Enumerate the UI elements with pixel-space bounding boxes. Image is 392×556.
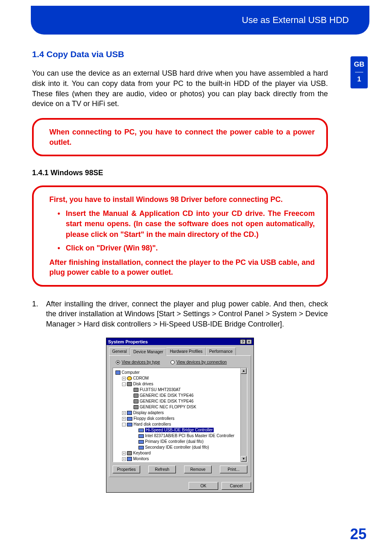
- intro-paragraph: You can use the device as an external US…: [32, 68, 328, 109]
- page-header: Use as External USB HDD: [31, 6, 369, 35]
- display-icon: [127, 411, 132, 415]
- remove-button[interactable]: Remove: [184, 466, 212, 473]
- callout-driver-intro: First, you have to install Windows 98 Dr…: [49, 195, 315, 204]
- system-properties-dialog: System Properties ?× General Device Mana…: [106, 338, 254, 493]
- tree-hdc-intel[interactable]: Intel 82371AB/EB PCI Bus Master IDE Cont…: [115, 433, 245, 439]
- close-button[interactable]: ×: [246, 339, 252, 344]
- controller-icon: [138, 446, 144, 449]
- radio-view-by-connection[interactable]: View devices by connection: [171, 360, 227, 364]
- callout-driver-step-2: Click on "Driver (Win 98)".: [58, 243, 315, 253]
- subsection-title: 1.4.1 Windows 98SE: [32, 169, 328, 177]
- tree-hdc-secondary[interactable]: Secondary IDE controller (dual fifo): [115, 445, 245, 450]
- drive-icon: [134, 399, 138, 403]
- tree-cdrom[interactable]: +CDROM: [115, 375, 245, 381]
- radio-dot-icon: [171, 360, 175, 364]
- radio-view-by-type[interactable]: View devices by type: [116, 360, 160, 364]
- properties-button[interactable]: Properties: [113, 466, 140, 473]
- tab-hardware-profiles[interactable]: Hardware Profiles: [166, 348, 205, 355]
- tree-display-adapters[interactable]: +Display adapters: [115, 410, 245, 416]
- tree-disk-2[interactable]: GENERIC IDE DISK TYPE46: [115, 393, 245, 398]
- cancel-button[interactable]: Cancel: [221, 482, 251, 490]
- tree-floppy-controllers[interactable]: +Floppy disk controllers: [115, 416, 245, 422]
- disk-icon: [127, 382, 132, 386]
- callout-power-warning: When connecting to PC, you have to conne…: [32, 118, 328, 156]
- cdrom-icon: [127, 376, 132, 380]
- side-tab-chapter: 1: [350, 75, 368, 83]
- step-number: 1.: [32, 299, 46, 329]
- computer-icon: [115, 371, 120, 375]
- drive-icon: [134, 405, 138, 409]
- tree-disk-4[interactable]: GENERIC NEC FLOPPY DISK: [115, 404, 245, 410]
- step-text: After installing the driver, connect the…: [46, 299, 328, 329]
- content-area: 1.4 Copy Data via USB You can use the de…: [32, 49, 328, 493]
- dialog-tabs: General Device Manager Hardware Profiles…: [106, 345, 254, 355]
- scroll-down-icon[interactable]: ▼: [241, 456, 247, 462]
- tab-performance[interactable]: Performance: [206, 348, 236, 355]
- help-button[interactable]: ?: [240, 339, 246, 344]
- controller-icon: [127, 417, 132, 421]
- side-tab: GB 1: [350, 56, 368, 88]
- tree-hdc-usb-ide[interactable]: Hi-Speed USB-IDE Bridge Controller: [115, 427, 245, 433]
- tree-keyboard[interactable]: +Keyboard: [115, 450, 245, 456]
- scroll-up-icon[interactable]: ▲: [241, 368, 247, 374]
- numbered-step-1: 1. After installing the driver, connect …: [32, 299, 328, 329]
- page-header-title: Use as External USB HDD: [242, 15, 349, 25]
- tree-hdc-primary[interactable]: Primary IDE controller (dual fifo): [115, 439, 245, 445]
- side-tab-divider: [355, 72, 363, 72]
- callout-driver-step-1: Insert the Manual & Application CD into …: [58, 208, 315, 240]
- section-title: 1.4 Copy Data via USB: [32, 49, 328, 59]
- device-tree[interactable]: Computer +CDROM -Disk drives FUJITSU MHT…: [113, 368, 247, 462]
- ok-button[interactable]: OK: [189, 482, 218, 490]
- tree-monitors[interactable]: +Monitors: [115, 456, 245, 462]
- screenshot-container: System Properties ?× General Device Mana…: [32, 338, 328, 493]
- refresh-button[interactable]: Refresh: [148, 466, 176, 473]
- radio-dot-icon: [116, 360, 120, 364]
- controller-icon: [138, 434, 144, 438]
- page-number: 25: [350, 526, 367, 543]
- tree-disk-3[interactable]: GENERIC IDE DISK TYPE46: [115, 398, 245, 404]
- dialog-title: System Properties: [108, 339, 148, 344]
- dialog-body: View devices by type View devices by con…: [109, 355, 251, 477]
- side-tab-lang: GB: [350, 60, 368, 69]
- tab-device-manager[interactable]: Device Manager: [130, 348, 167, 356]
- drive-icon: [134, 394, 138, 398]
- tree-disk-drives[interactable]: -Disk drives: [115, 381, 245, 387]
- tree-scrollbar[interactable]: ▲ ▼: [240, 368, 247, 462]
- tree-computer[interactable]: Computer: [115, 370, 245, 375]
- callout-power-warning-text: When connecting to PC, you have to conne…: [49, 127, 315, 147]
- tree-hard-disk-controllers[interactable]: -Hard disk controllers: [115, 422, 245, 427]
- keyboard-icon: [127, 451, 132, 455]
- tab-general[interactable]: General: [109, 348, 130, 355]
- dialog-titlebar: System Properties ?×: [106, 338, 254, 345]
- drive-icon: [134, 388, 138, 392]
- tree-disk-1[interactable]: FUJITSU MHT2030AT: [115, 387, 245, 393]
- monitor-icon: [127, 457, 132, 461]
- callout-driver-instructions: First, you have to install Windows 98 Dr…: [32, 185, 328, 287]
- controller-icon: [138, 429, 144, 432]
- callout-driver-outro: After finishing installation, connect th…: [49, 257, 315, 278]
- controller-icon: [127, 423, 132, 426]
- print-button[interactable]: Print...: [220, 466, 247, 473]
- controller-icon: [138, 440, 144, 444]
